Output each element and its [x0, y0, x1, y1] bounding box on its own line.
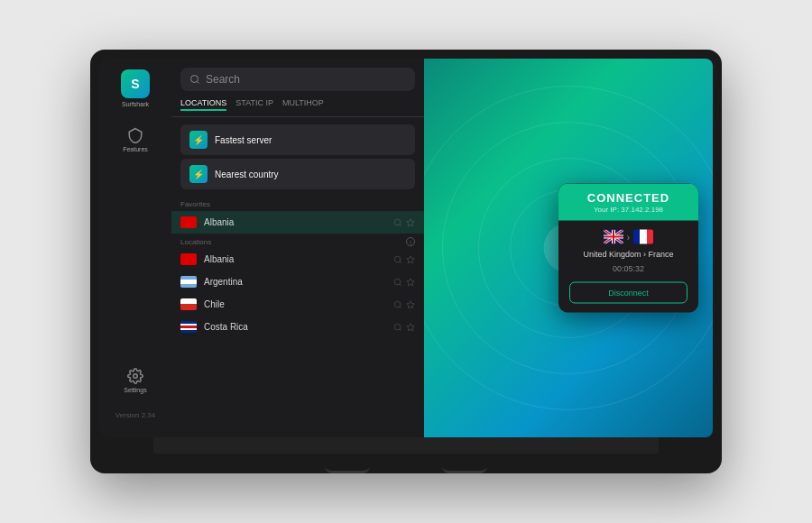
- connected-status: CONNECTED: [569, 191, 687, 205]
- france-flag: [633, 230, 653, 244]
- svg-point-3: [394, 219, 401, 225]
- star-albania-icon: [406, 255, 415, 264]
- uk-flag: [604, 230, 623, 244]
- location-chile[interactable]: Chile: [171, 293, 424, 316]
- timer: 00:05:32: [613, 264, 644, 273]
- fastest-server-label: Fastest server: [215, 135, 272, 145]
- shield-icon: [127, 127, 143, 143]
- search-small-icon: [393, 218, 402, 227]
- chile-name: Chile: [204, 299, 386, 309]
- logo-area: S Surfshark: [121, 69, 150, 107]
- right-panel: 𝐒 CONNECTED Your IP: 37.142.2.198: [424, 59, 713, 437]
- argentina-flag: [180, 276, 197, 288]
- star-icon-fav: [406, 218, 415, 227]
- location-albania[interactable]: Albania: [171, 248, 424, 271]
- tab-static-ip[interactable]: STATIC IP: [235, 98, 273, 111]
- info-icon: i: [406, 237, 415, 246]
- svg-line-7: [400, 261, 401, 262]
- sidebar: S Surfshark Features Settings Version 2.…: [99, 59, 171, 437]
- locations-section-label: Locations: [180, 238, 211, 246]
- albania-fav-actions: [393, 218, 415, 227]
- svg-marker-17: [407, 323, 414, 330]
- location-argentina[interactable]: Argentina: [171, 271, 424, 293]
- svg-point-12: [394, 301, 401, 307]
- app-name: Surfshark: [122, 101, 149, 107]
- svg-marker-5: [407, 218, 414, 225]
- star-cr-icon: [406, 323, 415, 332]
- search-placeholder: Search: [206, 73, 240, 86]
- svg-line-4: [400, 224, 401, 225]
- disconnect-button[interactable]: Disconnect: [569, 282, 687, 304]
- nearest-country-label: Nearest country: [215, 170, 279, 179]
- search-bar[interactable]: Search: [180, 68, 415, 91]
- fastest-server-btn[interactable]: ⚡ Fastest server: [180, 124, 415, 155]
- svg-point-0: [134, 374, 138, 379]
- tv-frame: S Surfshark Features Settings Version 2.…: [90, 50, 722, 473]
- features-label: Features: [123, 146, 148, 152]
- svg-line-10: [400, 283, 401, 285]
- svg-point-9: [394, 279, 401, 285]
- connection-detail: › United Kingdom › France 00:05:32: [558, 221, 698, 282]
- surfshark-logo: S: [121, 69, 150, 98]
- argentina-actions: [393, 278, 415, 287]
- tv-foot-right: [442, 454, 487, 473]
- star-argentina-icon: [406, 278, 415, 287]
- main-panel: Search LOCATIONS STATIC IP MULTIHOP ⚡ Fa…: [171, 59, 424, 437]
- version-text: Version 2.34: [106, 404, 164, 427]
- route-text: United Kingdom › France: [583, 250, 673, 259]
- flags-row: ›: [604, 230, 653, 244]
- search-argentina-icon: [393, 278, 402, 287]
- costa-rica-name: Costa Rica: [204, 322, 386, 332]
- albania-flag: [180, 253, 197, 265]
- svg-line-2: [197, 81, 198, 83]
- costa-rica-actions: [393, 323, 415, 332]
- svg-point-15: [394, 324, 401, 330]
- search-cr-icon: [393, 323, 402, 332]
- settings-label: Settings: [124, 387, 146, 393]
- sidebar-item-settings[interactable]: Settings: [104, 361, 167, 400]
- svg-line-13: [400, 306, 401, 307]
- albania-actions: [393, 255, 415, 264]
- sidebar-item-features[interactable]: Features: [104, 120, 167, 160]
- svg-marker-14: [407, 300, 414, 307]
- connected-header: CONNECTED Your IP: 37.142.2.198: [558, 184, 698, 221]
- nearest-country-btn[interactable]: ⚡ Nearest country: [180, 159, 415, 189]
- lightning-icon-nearest: ⚡: [189, 165, 208, 183]
- svg-marker-8: [407, 255, 414, 262]
- search-albania-icon: [393, 255, 402, 264]
- star-chile-icon: [406, 300, 415, 309]
- quick-connect-section: ⚡ Fastest server ⚡ Nearest country: [180, 124, 415, 189]
- location-costa-rica[interactable]: Costa Rica: [171, 316, 424, 338]
- tv-foot-left: [325, 454, 370, 473]
- chile-actions: [393, 300, 415, 309]
- svg-point-1: [191, 76, 198, 83]
- argentina-name: Argentina: [204, 277, 386, 287]
- tv-stand-bar: [153, 437, 659, 454]
- locations-divider: Locations i: [171, 234, 424, 248]
- connected-card: CONNECTED Your IP: 37.142.2.198: [558, 184, 698, 313]
- albania-name: Albania: [204, 254, 386, 264]
- tv-screen: S Surfshark Features Settings Version 2.…: [99, 59, 713, 437]
- gear-icon: [127, 368, 143, 384]
- tabs: LOCATIONS STATIC IP MULTIHOP: [171, 98, 424, 117]
- tab-locations[interactable]: LOCATIONS: [180, 98, 226, 111]
- albania-flag-fav: [180, 216, 197, 228]
- svg-line-16: [400, 328, 401, 330]
- favorite-albania[interactable]: Albania: [171, 211, 424, 234]
- favorites-section-label: Favorites: [171, 195, 424, 211]
- tab-multihop[interactable]: MULTIHOP: [282, 98, 324, 111]
- costa-rica-flag: [180, 321, 197, 333]
- chile-flag: [180, 298, 197, 310]
- lightning-icon-fastest: ⚡: [189, 131, 208, 149]
- svg-point-6: [394, 256, 401, 262]
- albania-name-fav: Albania: [204, 217, 386, 227]
- svg-marker-11: [407, 278, 414, 285]
- search-chile-icon: [393, 300, 402, 309]
- connected-ip: Your IP: 37.142.2.198: [569, 206, 687, 214]
- search-icon: [189, 74, 200, 85]
- tv-feet: [99, 454, 713, 473]
